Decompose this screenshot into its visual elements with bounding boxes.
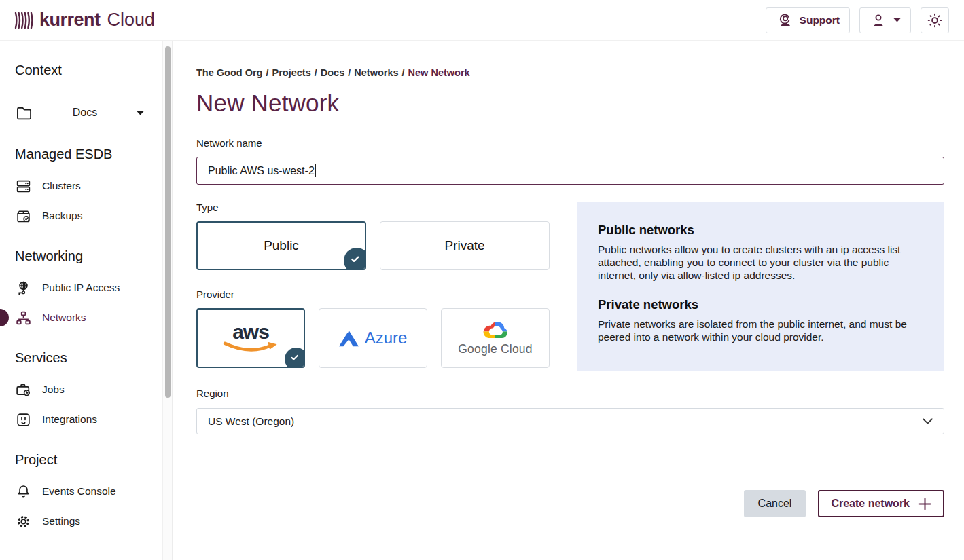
context-selector[interactable]: Docs bbox=[15, 96, 144, 129]
sidebar-item-label: Settings bbox=[42, 516, 80, 527]
info-body: Private networks are isolated from the p… bbox=[598, 318, 924, 344]
sidebar-item-label: Jobs bbox=[42, 384, 65, 395]
type-option-private[interactable]: Private bbox=[380, 221, 550, 270]
form-actions: Cancel Create network bbox=[196, 490, 944, 517]
integrations-icon bbox=[15, 411, 32, 428]
breadcrumb-current: New Network bbox=[408, 67, 470, 78]
group-heading-networking: Networking bbox=[15, 247, 172, 265]
create-network-button[interactable]: Create network bbox=[818, 490, 944, 517]
networks-icon bbox=[15, 310, 32, 326]
type-option-public[interactable]: Public bbox=[196, 221, 366, 270]
folder-icon bbox=[15, 104, 33, 122]
sidebar-item-label: Events Console bbox=[42, 486, 116, 497]
text-cursor bbox=[315, 164, 317, 177]
gear-icon bbox=[15, 513, 32, 530]
provider-options: aws bbox=[196, 308, 550, 368]
jobs-icon bbox=[15, 381, 32, 398]
aws-logo: aws bbox=[222, 323, 279, 353]
cancel-button[interactable]: Cancel bbox=[744, 490, 806, 517]
chevron-down-icon bbox=[923, 418, 933, 424]
info-body: Public networks allow you to create clus… bbox=[598, 244, 924, 282]
bell-icon bbox=[15, 483, 32, 500]
theme-toggle-button[interactable] bbox=[921, 7, 949, 33]
brand-name: kurrent bbox=[39, 10, 101, 31]
sidebar-item-backups[interactable]: Backups bbox=[0, 201, 172, 231]
network-types-info-panel: Public networks Public networks allow yo… bbox=[577, 202, 944, 371]
sidebar-item-events-console[interactable]: Events Console bbox=[0, 477, 172, 506]
type-options: Public Private bbox=[196, 221, 550, 270]
breadcrumb: The Good Org/Projects/Docs/Networks/New … bbox=[196, 67, 944, 79]
sidebar-item-label: Networks bbox=[42, 312, 86, 323]
sidebar-item-settings[interactable]: Settings bbox=[0, 506, 172, 536]
selected-check-badge bbox=[344, 248, 366, 270]
group-heading-managed-esdb: Managed ESDB bbox=[15, 145, 172, 163]
breadcrumb-separator: / bbox=[262, 67, 272, 78]
type-option-label: Public bbox=[264, 238, 299, 253]
create-network-label: Create network bbox=[831, 498, 910, 510]
network-name-label: Network name bbox=[196, 137, 944, 149]
sidebar-item-public-ip-access[interactable]: Public IP Access bbox=[0, 273, 172, 303]
sidebar-item-label: Clusters bbox=[42, 181, 81, 191]
sidebar-item-label: Backups bbox=[42, 210, 82, 221]
region-select[interactable]: US West (Oregon) bbox=[196, 408, 944, 434]
sidebar-item-label: Public IP Access bbox=[42, 282, 120, 293]
kurrent-waves-icon bbox=[14, 10, 34, 31]
group-heading-services: Services bbox=[15, 349, 172, 367]
region-selected-value: US West (Oregon) bbox=[208, 415, 294, 428]
form-divider bbox=[196, 472, 944, 472]
info-heading: Public networks bbox=[598, 223, 924, 238]
main-content: The Good Org/Projects/Docs/Networks/New … bbox=[173, 41, 964, 560]
info-section-private: Private networks Private networks are is… bbox=[598, 297, 924, 344]
headset-support-icon bbox=[776, 12, 793, 29]
breadcrumb-item-networks[interactable]: Networks bbox=[354, 67, 398, 78]
user-icon bbox=[870, 12, 887, 29]
user-menu-button[interactable] bbox=[859, 7, 911, 33]
chevron-down-icon bbox=[137, 111, 144, 115]
sun-icon bbox=[926, 12, 944, 29]
sidebar-item-clusters[interactable]: Clusters bbox=[0, 171, 172, 201]
support-button[interactable]: Support bbox=[766, 7, 850, 33]
app-window: kurrent Cloud Support bbox=[0, 0, 964, 560]
group-heading-project: Project bbox=[15, 451, 172, 468]
network-name-input[interactable]: Public AWS us-west-2 bbox=[196, 157, 944, 185]
sidebar: Context Docs Managed ESDB Clusters bbox=[0, 41, 173, 560]
provider-label: Provider bbox=[196, 288, 550, 301]
provider-option-aws[interactable]: aws bbox=[196, 308, 305, 368]
selected-check-badge bbox=[285, 348, 305, 368]
public-ip-icon bbox=[15, 280, 32, 297]
context-selected-value: Docs bbox=[33, 107, 137, 119]
region-label: Region bbox=[196, 388, 944, 400]
breadcrumb-item-projects[interactable]: Projects bbox=[272, 67, 311, 78]
sidebar-item-jobs[interactable]: Jobs bbox=[0, 375, 172, 405]
breadcrumb-separator: / bbox=[344, 67, 354, 78]
sidebar-item-networks[interactable]: Networks bbox=[0, 303, 172, 333]
breadcrumb-separator: / bbox=[311, 67, 321, 78]
breadcrumb-item-docs[interactable]: Docs bbox=[321, 67, 344, 78]
config-left-column: Type Public Private Provider bbox=[196, 202, 550, 368]
sidebar-item-integrations[interactable]: Integrations bbox=[0, 405, 172, 434]
breadcrumb-item-org[interactable]: The Good Org bbox=[196, 67, 262, 78]
network-name-value: Public AWS us-west-2 bbox=[208, 165, 315, 177]
support-label: Support bbox=[800, 14, 840, 26]
type-label: Type bbox=[196, 202, 550, 214]
context-heading: Context bbox=[15, 61, 172, 79]
plus-icon bbox=[918, 498, 931, 510]
backups-icon bbox=[15, 208, 32, 225]
active-indicator bbox=[0, 309, 9, 326]
kurrent-cloud-logo[interactable]: kurrent Cloud bbox=[14, 10, 155, 31]
azure-logo: Azure bbox=[339, 329, 408, 348]
provider-option-google-cloud[interactable]: Google Cloud bbox=[441, 308, 550, 368]
product-name: Cloud bbox=[107, 10, 156, 31]
chevron-down-icon bbox=[893, 18, 901, 22]
info-section-public: Public networks Public networks allow yo… bbox=[598, 223, 924, 282]
google-cloud-logo: Google Cloud bbox=[458, 320, 532, 356]
provider-option-azure[interactable]: Azure bbox=[319, 308, 427, 368]
sidebar-item-label: Integrations bbox=[42, 414, 97, 425]
sidebar-scrollbar-track[interactable] bbox=[162, 41, 172, 560]
sidebar-scrollbar-thumb[interactable] bbox=[165, 46, 171, 398]
type-option-label: Private bbox=[444, 238, 484, 253]
info-heading: Private networks bbox=[598, 297, 924, 312]
breadcrumb-separator: / bbox=[399, 67, 408, 78]
page-title: New Network bbox=[196, 90, 944, 117]
config-row: Type Public Private Provider bbox=[196, 202, 944, 371]
